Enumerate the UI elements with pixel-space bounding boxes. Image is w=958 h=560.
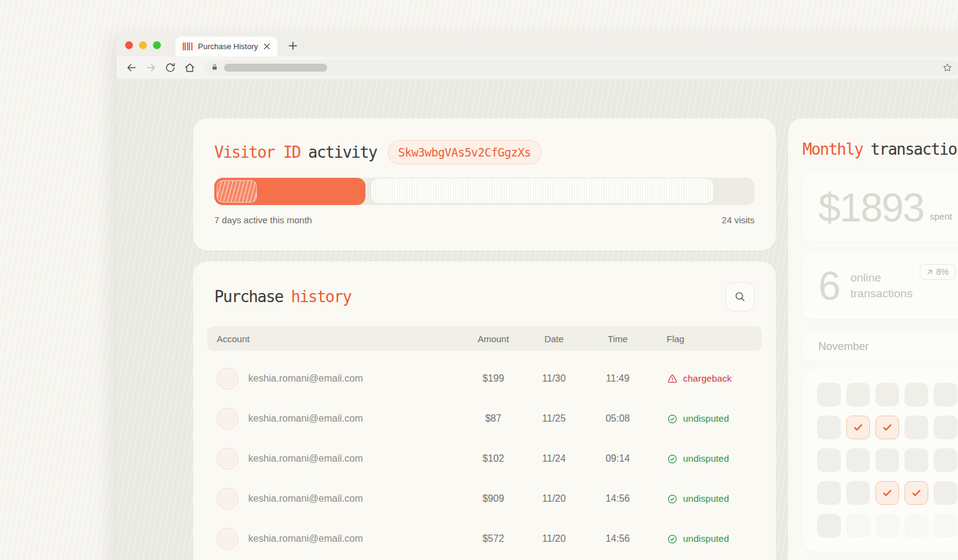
calendar-day-checked[interactable] <box>846 416 870 439</box>
account-email: keshia.romani@email.com <box>248 373 363 384</box>
calendar-day[interactable] <box>817 448 841 472</box>
date-cell: 11/25 <box>522 413 586 424</box>
lock-icon <box>211 62 219 73</box>
close-window-button[interactable] <box>125 41 133 49</box>
date-cell: 11/20 <box>522 533 586 544</box>
table-row[interactable]: keshia.romani@email.com $199 11/30 11:49… <box>207 359 762 399</box>
calendar-day[interactable] <box>846 448 870 472</box>
calendar-day-checked[interactable] <box>875 416 899 439</box>
calendar-day[interactable] <box>934 481 957 505</box>
home-icon[interactable] <box>181 59 198 76</box>
calendar-day-checked[interactable] <box>905 481 928 505</box>
calendar-day[interactable] <box>817 416 841 439</box>
reload-icon[interactable] <box>161 59 178 76</box>
account-email: keshia.romani@email.com <box>248 493 363 504</box>
column-header-flag: Flag <box>650 334 762 344</box>
flag-cell: undisputed <box>650 493 762 505</box>
calendar-day[interactable] <box>934 448 957 472</box>
sidebar-title: Monthlytransactions <box>803 140 958 158</box>
flag-label: chargeback <box>683 373 732 384</box>
calendar-day[interactable] <box>846 514 870 538</box>
back-icon[interactable] <box>123 59 140 76</box>
check-circle-icon <box>667 533 678 545</box>
calendar-day[interactable] <box>934 416 957 439</box>
time-cell: 14:56 <box>586 533 650 544</box>
account-email: keshia.romani@email.com <box>248 533 363 544</box>
table-row[interactable]: keshia.romani@email.com $102 11/24 09:14… <box>207 439 762 479</box>
flag-label: undisputed <box>683 493 729 504</box>
flag-label: undisputed <box>683 413 729 424</box>
table-row[interactable]: keshia.romani@email.com $87 11/25 05:08 … <box>207 399 762 439</box>
check-circle-icon <box>667 413 678 425</box>
delta-value: 8% <box>936 267 949 277</box>
amount-cell: $572 <box>464 533 522 544</box>
maximize-window-button[interactable] <box>153 41 161 49</box>
calendar-day[interactable] <box>817 514 841 538</box>
month-select[interactable]: November <box>803 332 958 361</box>
calendar-day[interactable] <box>934 383 957 407</box>
visitor-id-badge[interactable]: Skw3wbgVAs5v2CfGgzXs <box>388 140 542 164</box>
bookmark-star-icon[interactable] <box>942 62 953 73</box>
activity-progress-fill <box>214 178 365 205</box>
forward-icon[interactable] <box>142 59 159 76</box>
activity-progress-track <box>214 178 755 205</box>
time-cell: 09:14 <box>586 453 650 464</box>
calendar-day[interactable] <box>846 383 870 407</box>
amount-cell: $199 <box>464 373 522 384</box>
browser-window: Purchase History <box>117 33 958 560</box>
calendar-day[interactable] <box>905 448 928 472</box>
monthly-transactions-card: Monthlytransactions $1893 spent 6 online… <box>788 118 958 560</box>
calendar-day[interactable] <box>905 416 928 439</box>
site-favicon-icon <box>183 42 192 50</box>
visits-count-label: 24 visits <box>722 215 755 225</box>
date-cell: 11/24 <box>522 453 586 464</box>
transactions-count: 6 <box>818 263 840 309</box>
table-row[interactable]: keshia.romani@email.com $572 11/20 14:56… <box>207 519 762 559</box>
flag-label: undisputed <box>683 533 729 544</box>
activity-progress-remainder <box>370 178 715 204</box>
flag-cell: chargeback <box>650 373 762 385</box>
calendar-day[interactable] <box>846 481 870 505</box>
column-header-date: Date <box>522 334 586 344</box>
account-avatar <box>217 488 239 510</box>
tab-title: Purchase History <box>198 42 258 51</box>
month-select-value: November <box>818 340 869 353</box>
calendar-day[interactable] <box>934 514 957 538</box>
calendar-day-checked[interactable] <box>875 481 899 505</box>
time-cell: 14:56 <box>586 493 650 504</box>
date-cell: 11/20 <box>522 493 586 504</box>
tab-strip: Purchase History <box>117 33 958 56</box>
search-button[interactable] <box>725 282 755 311</box>
tab-close-icon[interactable] <box>263 43 270 50</box>
checkmark-icon <box>853 422 863 433</box>
new-tab-button[interactable] <box>288 41 297 50</box>
account-email: keshia.romani@email.com <box>248 453 363 464</box>
calendar-day[interactable] <box>905 514 928 538</box>
monthly-spend-stat: $1893 spent <box>803 173 958 241</box>
table-row[interactable]: keshia.romani@email.com $909 11/20 14:56… <box>207 479 762 519</box>
flag-cell: undisputed <box>650 413 762 425</box>
checkmark-icon <box>882 422 892 433</box>
account-avatar <box>217 368 239 390</box>
amount-cell: $909 <box>464 493 522 504</box>
tab-purchase-history[interactable]: Purchase History <box>175 36 277 56</box>
warning-triangle-icon <box>667 373 678 385</box>
calendar-day[interactable] <box>905 383 928 407</box>
calendar-grid <box>817 383 958 538</box>
online-transactions-stat: 6 online transactions 8% <box>803 252 958 319</box>
time-cell: 11:49 <box>586 373 650 384</box>
checkmark-icon <box>911 488 922 498</box>
calendar-day[interactable] <box>817 481 841 505</box>
amount-cell: $87 <box>464 413 522 424</box>
calendar-day[interactable] <box>875 514 899 538</box>
table-header: Account Amount Date Time Flag <box>207 326 762 351</box>
minimize-window-button[interactable] <box>139 41 147 49</box>
url-placeholder-bar <box>224 64 327 72</box>
spend-label: spent <box>930 211 953 221</box>
calendar-day[interactable] <box>875 383 899 407</box>
calendar-day[interactable] <box>875 448 899 472</box>
account-avatar <box>217 528 239 550</box>
calendar-day[interactable] <box>817 383 841 407</box>
address-bar[interactable] <box>204 60 958 76</box>
visitor-activity-card: Visitor IDactivity Skw3wbgVAs5v2CfGgzXs … <box>193 118 776 251</box>
